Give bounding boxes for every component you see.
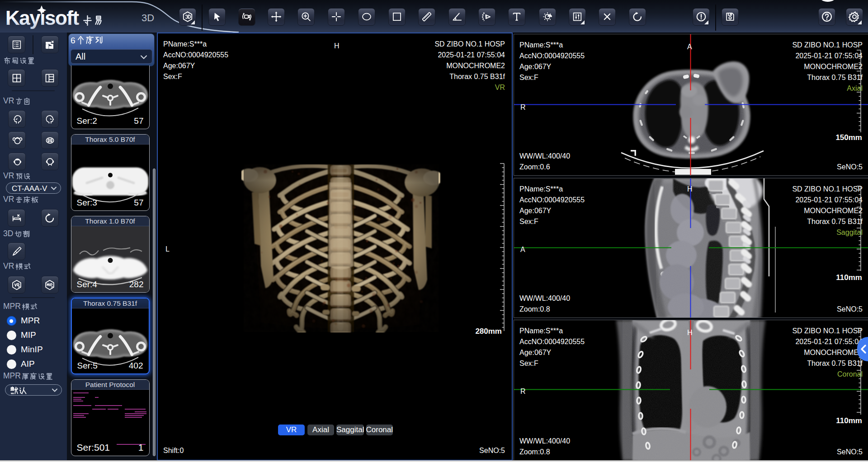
svg-text:MPR: MPR (3, 303, 21, 311)
svg-text:VR: VR (3, 172, 14, 180)
svg-text:VR: VR (3, 262, 14, 271)
svg-text:MPR: MPR (3, 372, 21, 380)
svg-text:VR: VR (3, 97, 14, 105)
svg-text:VR: VR (3, 196, 14, 204)
svg-text:3D: 3D (3, 230, 13, 238)
svg-text:6: 6 (71, 36, 75, 45)
